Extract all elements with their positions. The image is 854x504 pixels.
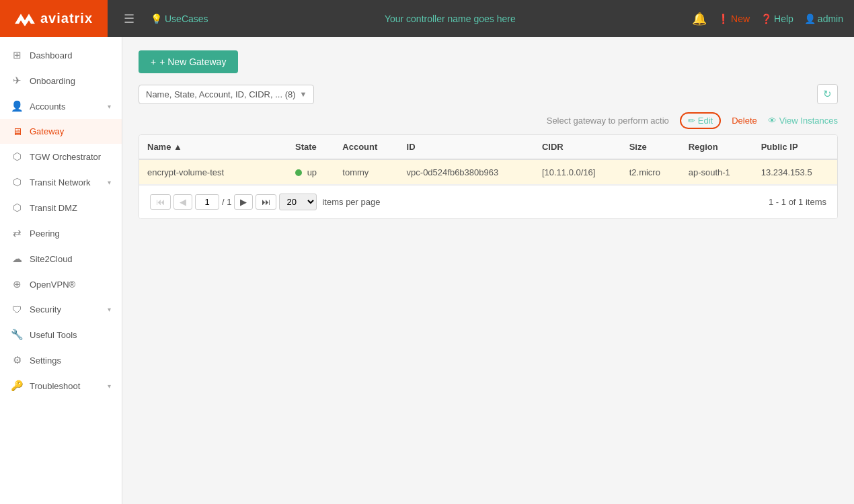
first-page-button[interactable]: ⏮ — [150, 194, 171, 210]
state-text: up — [307, 167, 317, 177]
admin-menu[interactable]: 👤 admin — [804, 13, 843, 24]
new-gateway-button[interactable]: + + New Gateway — [139, 50, 238, 73]
table-header-row: Name ▲ State Account ID CIDR Size Region… — [139, 135, 837, 159]
sidebar-item-onboarding[interactable]: ✈ Onboarding — [0, 68, 122, 93]
hamburger-menu[interactable]: ☰ — [118, 9, 140, 29]
sidebar-item-label: Transit DMZ — [30, 203, 77, 213]
chevron-down-icon: ▾ — [108, 306, 111, 313]
help-button[interactable]: ❓ Help — [761, 13, 793, 24]
sidebar-item-label: Onboarding — [30, 76, 75, 86]
column-filter-dropdown[interactable]: Name, State, Account, ID, CIDR, ... (8) … — [139, 85, 314, 104]
refresh-button[interactable]: ↻ — [817, 84, 838, 104]
usecases-link[interactable]: 💡 UseCases — [151, 13, 208, 24]
pagination: ⏮ ◀ / 1 ▶ ⏭ 20 50 100 items per page 1 -… — [139, 185, 837, 218]
notification-bell-icon[interactable]: 🔔 — [692, 11, 707, 26]
col-header-cidr[interactable]: CIDR — [534, 135, 621, 159]
sidebar-item-settings[interactable]: ⚙ Settings — [0, 347, 122, 373]
gateway-table-wrapper: Name ▲ State Account ID CIDR Size Region… — [139, 134, 838, 219]
security-icon: 🛡 — [11, 304, 23, 315]
new-gateway-label: + New Gateway — [159, 56, 226, 67]
refresh-icon: ↻ — [823, 88, 832, 99]
items-per-page-label: items per page — [322, 197, 380, 207]
sidebar-item-gateway[interactable]: 🖥 Gateway — [0, 119, 122, 144]
pencil-icon: ✏ — [688, 116, 695, 126]
useful-tools-icon: 🔧 — [11, 329, 23, 341]
gateway-icon: 🖥 — [11, 126, 23, 137]
prev-page-button[interactable]: ◀ — [173, 194, 192, 210]
last-page-button[interactable]: ⏭ — [256, 194, 276, 210]
sidebar-item-transit-dmz[interactable]: ⬡ Transit DMZ — [0, 195, 122, 220]
col-header-name[interactable]: Name ▲ — [139, 135, 287, 159]
filter-label: Name, State, Account, ID, CIDR, ... (8) — [146, 89, 296, 99]
gateway-table: Name ▲ State Account ID CIDR Size Region… — [139, 135, 837, 185]
cell-account: tommy — [334, 159, 398, 185]
pagination-summary: 1 - 1 of 1 items — [769, 197, 826, 207]
dashboard-icon: ⊞ — [11, 49, 23, 61]
col-header-state[interactable]: State — [287, 135, 334, 159]
sidebar-item-label: TGW Orchestrator — [30, 152, 101, 162]
logo: aviatrix — [0, 0, 108, 37]
sidebar-item-security[interactable]: 🛡 Security ▾ — [0, 297, 122, 322]
admin-label: admin — [818, 13, 843, 24]
chevron-down-icon: ▾ — [108, 103, 111, 110]
col-header-account[interactable]: Account — [334, 135, 398, 159]
sidebar-item-tgw-orchestrator[interactable]: ⬡ TGW Orchestrator — [0, 144, 122, 169]
transit-network-icon: ⬡ — [11, 176, 23, 188]
sidebar-item-label: Security — [30, 304, 61, 314]
new-notification-button[interactable]: ❗ New — [717, 13, 750, 24]
action-hint-label: Select gateway to perform actio — [547, 116, 669, 126]
chevron-down-icon: ▾ — [108, 179, 111, 186]
eye-icon: 👁 — [768, 116, 777, 126]
sidebar-item-openvpn[interactable]: ⊕ OpenVPN® — [0, 271, 122, 297]
new-label: New — [731, 13, 750, 24]
tgw-icon: ⬡ — [11, 151, 23, 163]
sidebar-item-label: Useful Tools — [30, 330, 77, 340]
troubleshoot-icon: 🔑 — [11, 380, 23, 392]
sidebar-item-label: Gateway — [30, 126, 64, 136]
admin-icon: 👤 — [804, 13, 816, 24]
new-alert-icon: ❗ — [717, 13, 729, 24]
page-number-input[interactable] — [195, 194, 219, 210]
view-instances-button[interactable]: 👁 View Instances — [768, 116, 838, 126]
edit-button[interactable]: ✏ Edit — [680, 112, 721, 129]
sidebar-item-label: Site2Cloud — [30, 254, 73, 264]
next-page-button[interactable]: ▶ — [234, 194, 253, 210]
transit-dmz-icon: ⬡ — [11, 202, 23, 214]
col-header-public-ip[interactable]: Public IP — [753, 135, 837, 159]
col-header-size[interactable]: Size — [621, 135, 681, 159]
sidebar-item-peering[interactable]: ⇄ Peering — [0, 220, 122, 246]
usecases-icon: 💡 — [151, 13, 162, 24]
sidebar-item-label: Dashboard — [30, 50, 73, 60]
sidebar-item-useful-tools[interactable]: 🔧 Useful Tools — [0, 322, 122, 347]
settings-icon: ⚙ — [11, 354, 23, 366]
sidebar-item-dashboard[interactable]: ⊞ Dashboard — [0, 42, 122, 68]
view-instances-label: View Instances — [779, 116, 838, 126]
plus-icon: + — [151, 56, 156, 67]
sidebar-item-label: Settings — [30, 355, 61, 366]
sidebar-item-site2cloud[interactable]: ☁ Site2Cloud — [0, 246, 122, 271]
sidebar-item-label: OpenVPN® — [30, 280, 75, 290]
cell-cidr: [10.11.0.0/16] — [534, 159, 621, 185]
col-header-region[interactable]: Region — [681, 135, 753, 159]
table-row[interactable]: encrypt-volume-test up tommy vpc-0d524fb… — [139, 159, 837, 185]
svg-marker-0 — [15, 13, 35, 26]
per-page-select[interactable]: 20 50 100 — [279, 194, 317, 210]
sidebar-item-accounts[interactable]: 👤 Accounts ▾ — [0, 93, 122, 119]
main-layout: ⊞ Dashboard ✈ Onboarding 👤 Accounts ▾ 🖥 … — [0, 37, 854, 504]
sidebar-item-label: Transit Network — [30, 177, 91, 187]
sidebar-item-transit-network[interactable]: ⬡ Transit Network ▾ — [0, 169, 122, 195]
action-bar: Select gateway to perform actio ✏ Edit D… — [139, 112, 838, 129]
edit-label: Edit — [698, 116, 713, 126]
usecases-label: UseCases — [165, 13, 208, 24]
sidebar-item-troubleshoot[interactable]: 🔑 Troubleshoot ▾ — [0, 373, 122, 398]
delete-button[interactable]: Delete — [732, 116, 757, 126]
sidebar: ⊞ Dashboard ✈ Onboarding 👤 Accounts ▾ 🖥 … — [0, 37, 122, 504]
logo-text: aviatrix — [40, 11, 93, 26]
site2cloud-icon: ☁ — [11, 253, 23, 265]
openvpn-icon: ⊕ — [11, 278, 23, 290]
dropdown-arrow-icon: ▼ — [300, 90, 307, 98]
col-header-id[interactable]: ID — [399, 135, 534, 159]
help-icon: ❓ — [761, 13, 772, 24]
chevron-down-icon: ▾ — [108, 382, 111, 390]
cell-public-ip: 13.234.153.5 — [753, 159, 837, 185]
